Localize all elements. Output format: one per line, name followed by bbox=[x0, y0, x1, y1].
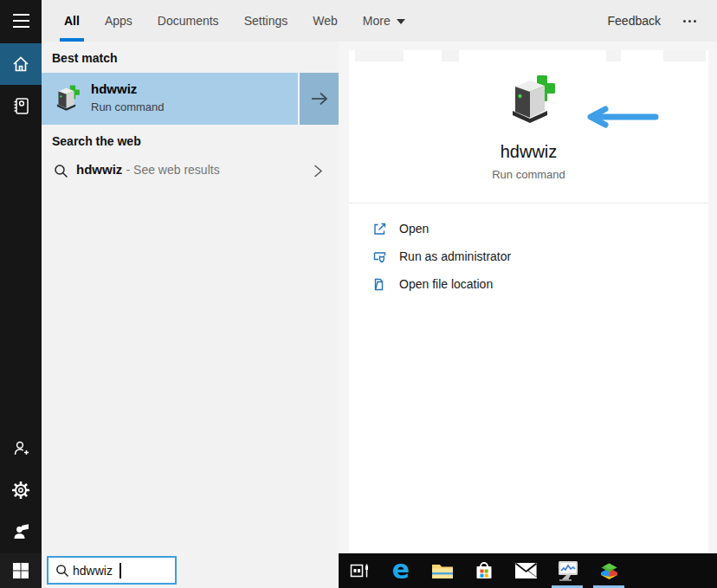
best-match-title: hdwwiz bbox=[91, 81, 137, 96]
add-hardware-icon bbox=[501, 73, 557, 128]
gear-icon bbox=[10, 480, 31, 501]
file-explorer-icon bbox=[431, 561, 454, 580]
bluestacks-icon bbox=[598, 560, 620, 582]
action-run-as-admin[interactable]: Run as administrator bbox=[349, 242, 708, 270]
search-icon bbox=[54, 164, 68, 178]
tab-documents-label: Documents bbox=[158, 14, 219, 28]
detail-title: hdwwiz bbox=[349, 142, 708, 162]
sidebar-item-settings[interactable] bbox=[0, 469, 42, 511]
folder-icon bbox=[372, 277, 387, 292]
best-match-row: hdwwiz Run command bbox=[42, 73, 339, 125]
edge-icon: e bbox=[392, 557, 410, 583]
tab-all[interactable]: All bbox=[64, 0, 80, 42]
action-open-file-location[interactable]: Open file location bbox=[349, 270, 708, 298]
annotation-arrow-left-icon bbox=[585, 106, 661, 128]
sidebar-item-notebook[interactable] bbox=[0, 85, 42, 126]
best-match-subtitle: Run command bbox=[91, 100, 165, 113]
filter-tab-bar: All Apps Documents Settings Web More Fee… bbox=[42, 0, 717, 42]
tab-web-label: Web bbox=[313, 14, 338, 28]
ghost-artifact bbox=[355, 50, 404, 61]
hamburger-icon bbox=[13, 14, 29, 28]
filter-tabs: All Apps Documents Settings Web More bbox=[42, 0, 430, 42]
web-search-query: hdwwiz bbox=[76, 162, 122, 177]
best-match-item[interactable]: hdwwiz Run command bbox=[42, 73, 298, 125]
search-sidebar bbox=[0, 0, 42, 588]
chevron-down-icon bbox=[397, 19, 405, 24]
microsoft-store-button[interactable] bbox=[463, 553, 505, 588]
sidebar-item-feedback[interactable] bbox=[0, 511, 42, 552]
system-monitor-app-icon bbox=[556, 560, 578, 581]
windows-search-screen: All Apps Documents Settings Web More Fee… bbox=[0, 0, 717, 588]
person-feedback-icon bbox=[10, 521, 31, 542]
sidebar-item-account[interactable] bbox=[0, 428, 42, 469]
sidebar-item-home[interactable] bbox=[0, 43, 42, 85]
ghost-artifact bbox=[606, 50, 621, 61]
task-view-icon bbox=[350, 562, 369, 579]
tab-apps[interactable]: Apps bbox=[105, 0, 132, 42]
start-button[interactable] bbox=[0, 553, 42, 588]
tab-settings-label: Settings bbox=[244, 14, 288, 28]
tab-web[interactable]: Web bbox=[313, 0, 338, 42]
action-open-label: Open bbox=[399, 222, 429, 236]
windows-logo-icon bbox=[12, 562, 29, 579]
home-icon bbox=[10, 54, 31, 74]
microsoft-store-icon bbox=[474, 560, 494, 581]
search-web-header: Search the web bbox=[52, 134, 141, 148]
action-open[interactable]: Open bbox=[349, 215, 708, 242]
file-explorer-button[interactable] bbox=[422, 553, 463, 588]
ghost-artifact bbox=[442, 50, 459, 61]
web-search-text: hdwwiz - See web results bbox=[76, 162, 220, 177]
tab-settings[interactable]: Settings bbox=[244, 0, 288, 42]
arrow-right-icon bbox=[309, 91, 330, 107]
search-results-panel: Best match hdwwiz Run command bbox=[42, 42, 339, 553]
tab-more-label: More bbox=[363, 14, 391, 28]
add-hardware-icon bbox=[51, 84, 81, 113]
open-icon bbox=[372, 222, 387, 236]
action-list: Open Run as administrator Open file bbox=[349, 215, 708, 298]
chevron-right-icon bbox=[313, 164, 323, 178]
notebook-icon bbox=[10, 95, 31, 116]
search-icon bbox=[55, 564, 69, 578]
tab-apps-label: Apps bbox=[105, 14, 132, 28]
detail-subtitle: Run command bbox=[349, 168, 708, 181]
more-options-icon[interactable] bbox=[681, 15, 698, 28]
tab-documents[interactable]: Documents bbox=[158, 0, 219, 42]
feedback-link[interactable]: Feedback bbox=[608, 14, 661, 28]
edge-button[interactable]: e bbox=[380, 553, 422, 588]
action-open-file-location-label: Open file location bbox=[399, 277, 493, 291]
system-monitor-app-button[interactable] bbox=[546, 553, 588, 588]
user-add-icon bbox=[10, 438, 31, 459]
taskbar: e bbox=[339, 553, 717, 588]
web-search-item[interactable]: hdwwiz - See web results bbox=[42, 154, 339, 187]
divider bbox=[349, 203, 708, 204]
best-match-header: Best match bbox=[52, 51, 117, 65]
tab-more[interactable]: More bbox=[363, 0, 405, 42]
search-box bbox=[47, 556, 177, 585]
admin-shield-icon bbox=[372, 249, 387, 264]
tab-all-label: All bbox=[64, 14, 80, 28]
expand-result-button[interactable] bbox=[300, 73, 339, 125]
result-detail-card: hdwwiz Run command Open bbox=[349, 50, 708, 553]
hamburger-menu-button[interactable] bbox=[0, 0, 42, 42]
web-search-suffix: - See web results bbox=[126, 163, 220, 177]
search-input-area bbox=[42, 553, 339, 588]
action-run-as-admin-label: Run as administrator bbox=[399, 249, 511, 263]
bluestacks-button[interactable] bbox=[588, 553, 630, 588]
detail-panel-area: hdwwiz Run command Open bbox=[339, 42, 717, 553]
topbar-right: Feedback bbox=[608, 0, 717, 42]
search-input[interactable] bbox=[73, 558, 173, 583]
ghost-artifact bbox=[663, 50, 706, 61]
mail-button[interactable] bbox=[505, 553, 546, 588]
mail-icon bbox=[514, 562, 538, 579]
task-view-button[interactable] bbox=[339, 553, 380, 588]
